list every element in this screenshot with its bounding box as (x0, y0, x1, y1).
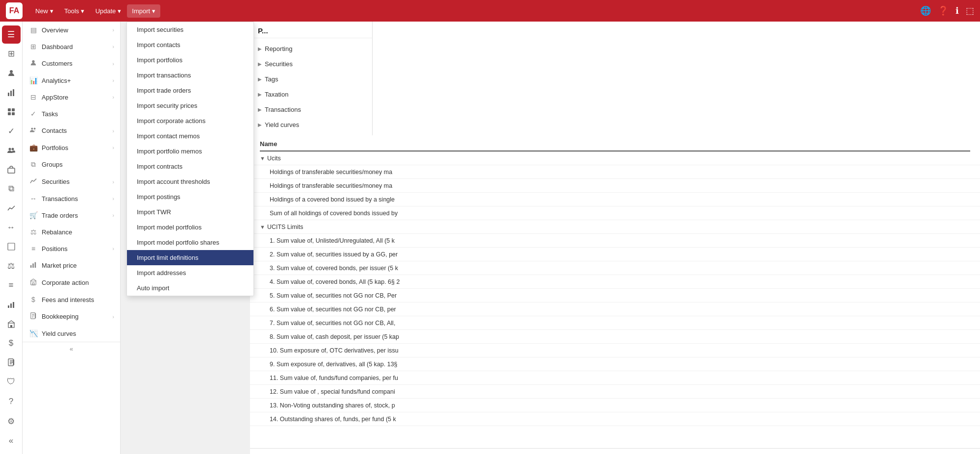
nav-import[interactable]: Import ▾ (127, 4, 160, 18)
globe-icon[interactable]: 🌐 (920, 5, 931, 16)
sidebar-item-customers[interactable]: Customers › (23, 55, 120, 72)
ucits-toggle[interactable]: ▼ (260, 155, 265, 161)
logout-icon[interactable]: ⬚ (966, 5, 974, 16)
help-icon[interactable]: ❓ (938, 5, 949, 16)
table-row[interactable]: Holdings of transferable securities/mone… (250, 179, 980, 193)
sidebar-item-positions[interactable]: ≡ Positions › (23, 240, 120, 257)
sidebar-item-transactions[interactable]: ↔ Transactions › (23, 190, 120, 207)
import-portfolios-item[interactable]: Import portfolios (127, 52, 253, 68)
sidebar-icon-portfolios[interactable]: ☰ (2, 25, 21, 44)
app-logo[interactable]: FA (6, 2, 23, 19)
sidebar-item-groups[interactable]: ⧉ Groups (23, 156, 120, 173)
sidebar-icon-bookkeeping[interactable] (2, 353, 21, 372)
section-taxation[interactable]: ▶ Taxation (250, 87, 372, 102)
table-row[interactable]: Holdings of transferable securities/mone… (250, 165, 980, 179)
sidebar-item-analytics[interactable]: 📊 Analytics+ › (23, 72, 120, 89)
table-row[interactable]: 9. Sum exposure of, derivatives, all (5 … (250, 357, 980, 371)
table-row[interactable]: 7. Sum value of, securities not GG nor C… (250, 316, 980, 330)
sidebar-icon-rebalance[interactable]: ⚖ (2, 257, 21, 275)
nav-new[interactable]: New ▾ (30, 4, 58, 18)
section-transactions[interactable]: ▶ Transactions (250, 102, 372, 117)
table-row[interactable]: 12. Sum value of , special funds/fund co… (250, 385, 980, 399)
info-icon[interactable]: ℹ (955, 5, 959, 16)
icon-sidebar-bottom: 🛡 ? ⚙ « (2, 373, 21, 450)
svg-rect-18 (13, 359, 14, 365)
sidebar-item-rebalance[interactable]: ⚖ Rebalance (23, 224, 120, 240)
import-model-portfolio-shares-item[interactable]: Import model portfolio shares (127, 235, 253, 250)
sidebar-item-portfolios[interactable]: 💼 Portfolios › (23, 139, 120, 156)
table-row[interactable]: 6. Sum value of, securities not GG nor C… (250, 303, 980, 316)
table-row[interactable]: 14. Outstanding shares of, funds, per fu… (250, 412, 980, 426)
sidebar-icon-help[interactable]: ? (2, 392, 21, 411)
import-account-thresholds-item[interactable]: Import account thresholds (127, 174, 253, 189)
import-portfolio-memos-item[interactable]: Import portfolio memos (127, 144, 253, 159)
section-tags[interactable]: ▶ Tags (250, 72, 372, 87)
section-securities[interactable]: ▶ Securities (250, 56, 372, 72)
sidebar-icon-analytics[interactable] (2, 83, 21, 101)
import-corporate-actions-item[interactable]: Import corporate actions (127, 113, 253, 128)
sidebar-icon-tradeorders[interactable] (2, 238, 21, 256)
section-reporting[interactable]: ▶ Reporting (250, 41, 372, 56)
table-row[interactable]: 11. Sum value of, funds/fund companies, … (250, 371, 980, 385)
sidebar-icon-positions[interactable]: ≡ (2, 276, 21, 294)
table-row[interactable]: 5. Sum value of, securities not GG nor C… (250, 289, 980, 303)
sidebar-icon-collapse[interactable]: « (2, 431, 21, 450)
sidebar-item-securities[interactable]: Securities › (23, 173, 120, 190)
sidebar-icon-contacts[interactable] (2, 141, 21, 159)
table-row[interactable]: ▼ Ucits (250, 151, 980, 165)
table-row[interactable]: 10. Sum exposure of, OTC derivatives, pe… (250, 344, 980, 357)
import-addresses-item[interactable]: Import addresses (127, 265, 253, 280)
sidebar-item-corporate-action[interactable]: Corporate action (23, 274, 120, 291)
bottom-actions: Add group Export... ? (250, 448, 980, 454)
sidebar-item-appstore[interactable]: ⊟ AppStore › (23, 89, 120, 105)
table-row[interactable]: 13. Non-Voting outstanding shares of, st… (250, 399, 980, 412)
table-row[interactable]: Sum of all holdings of covered bonds iss… (250, 206, 980, 220)
sidebar-icon-securities[interactable] (2, 199, 21, 217)
sidebar-item-market-price[interactable]: Market price (23, 257, 120, 274)
import-postings-item[interactable]: Import postings (127, 189, 253, 204)
table-row[interactable]: 8. Sum value of, cash deposit, per issue… (250, 330, 980, 344)
import-contacts-item[interactable]: Import contacts (127, 37, 253, 52)
table-row[interactable]: 3. Sum value of, covered bonds, per issu… (250, 261, 980, 275)
section-yield-curves[interactable]: ▶ Yield curves (250, 117, 372, 132)
sidebar-item-bookkeeping[interactable]: Bookkeeping › (23, 308, 120, 325)
sidebar-item-tasks[interactable]: ✓ Tasks (23, 105, 120, 122)
import-twr-item[interactable]: Import TWR (127, 204, 253, 220)
sidebar-icon-market[interactable] (2, 296, 21, 314)
sidebar-item-trade-orders[interactable]: 🛒 Trade orders › (23, 207, 120, 224)
table-row[interactable]: Holdings of a covered bond issued by a s… (250, 193, 980, 206)
sidebar-icon-portfolios2[interactable] (2, 160, 21, 178)
sidebar-icon-groups[interactable]: ⧉ (2, 180, 21, 198)
import-model-portfolios-item[interactable]: Import model portfolios (127, 220, 253, 235)
nav-tools[interactable]: Tools ▾ (59, 4, 89, 18)
import-security-prices-item[interactable]: Import security prices (127, 98, 253, 113)
import-contact-memos-item[interactable]: Import contact memos (127, 128, 253, 144)
table-row[interactable]: 1. Sum value of, Unlisted/Unregulated, A… (250, 234, 980, 248)
nav-sidebar-collapse[interactable]: « (23, 342, 120, 355)
sidebar-icon-corporate[interactable] (2, 315, 21, 333)
import-limit-definitions-item[interactable]: Import limit definitions (127, 250, 253, 265)
sidebar-item-overview[interactable]: ▤ Overview › (23, 22, 120, 38)
sidebar-icon-dashboard[interactable]: ⊞ (2, 45, 21, 63)
ucits-limits-toggle[interactable]: ▼ (260, 224, 265, 230)
import-transactions-item[interactable]: Import transactions (127, 68, 253, 83)
sidebar-icon-transactions[interactable]: ↔ (2, 218, 21, 236)
table-row[interactable]: 2. Sum value of, securities issued by a … (250, 248, 980, 261)
sidebar-item-fees-interests[interactable]: $ Fees and interests (23, 291, 120, 308)
sidebar-item-contacts[interactable]: Contacts › (23, 122, 120, 139)
import-securities-item[interactable]: Import securities (127, 22, 253, 37)
sidebar-icon-settings[interactable]: ⚙ (2, 412, 21, 430)
sidebar-icon-appstore[interactable] (2, 102, 21, 121)
sidebar-item-yield-curves[interactable]: 📉 Yield curves (23, 325, 120, 342)
table-row[interactable]: ▼ UCITS Limits (250, 220, 980, 234)
table-row[interactable]: 4. Sum value of, covered bonds, All (5 k… (250, 275, 980, 289)
sidebar-item-dashboard[interactable]: ⊞ Dashboard › (23, 38, 120, 55)
auto-import-item[interactable]: Auto import (127, 280, 253, 296)
sidebar-icon-customers[interactable] (2, 64, 21, 82)
sidebar-icon-fees[interactable]: $ (2, 334, 21, 352)
nav-update[interactable]: Update ▾ (90, 4, 126, 18)
sidebar-icon-shield[interactable]: 🛡 (2, 373, 21, 391)
sidebar-icon-tasks[interactable]: ✓ (2, 122, 21, 140)
import-contracts-item[interactable]: Import contracts (127, 159, 253, 174)
import-trade-orders-item[interactable]: Import trade orders (127, 83, 253, 98)
